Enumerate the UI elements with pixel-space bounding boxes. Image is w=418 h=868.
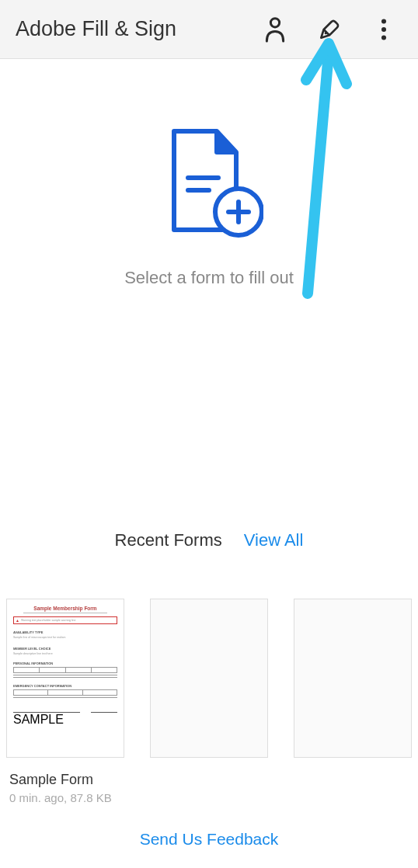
sample-doc-title: Sample Membership Form — [13, 606, 117, 611]
form-card-empty[interactable] — [150, 599, 268, 804]
form-card-meta: 0 min. ago, 87.8 KB — [6, 791, 124, 804]
svg-point-0 — [270, 18, 279, 26]
recent-section: Recent Forms View All Sample Membership … — [0, 530, 418, 804]
prompt-text: Select a form to fill out — [124, 268, 294, 288]
svg-point-3 — [381, 26, 386, 31]
pen-icon[interactable] — [317, 17, 342, 42]
svg-point-2 — [381, 19, 386, 23]
app-title: Adobe Fill & Sign — [16, 17, 263, 41]
form-card-empty[interactable] — [294, 599, 412, 804]
svg-point-4 — [381, 35, 386, 40]
form-card[interactable]: Sample Membership Form Warning text plac… — [6, 599, 124, 804]
view-all-link[interactable]: View All — [244, 530, 304, 550]
main-area: Select a form to fill out Recent Forms V… — [0, 59, 418, 804]
profile-icon[interactable] — [263, 17, 287, 42]
header-actions — [263, 17, 402, 42]
more-icon[interactable] — [371, 17, 396, 42]
form-thumbnail-empty — [150, 599, 268, 758]
add-form-icon[interactable] — [155, 125, 263, 241]
form-thumbnail: Sample Membership Form Warning text plac… — [6, 599, 124, 758]
feedback-link[interactable]: Send Us Feedback — [0, 830, 418, 849]
form-card-row: Sample Membership Form Warning text plac… — [0, 599, 418, 804]
app-header: Adobe Fill & Sign — [0, 0, 418, 59]
form-thumbnail-empty — [294, 599, 412, 758]
recent-header: Recent Forms View All — [115, 530, 304, 550]
svg-point-1 — [325, 32, 327, 34]
form-card-label: Sample Form — [6, 772, 124, 788]
recent-title: Recent Forms — [115, 530, 222, 550]
watermark: SAMPLE — [13, 713, 117, 727]
